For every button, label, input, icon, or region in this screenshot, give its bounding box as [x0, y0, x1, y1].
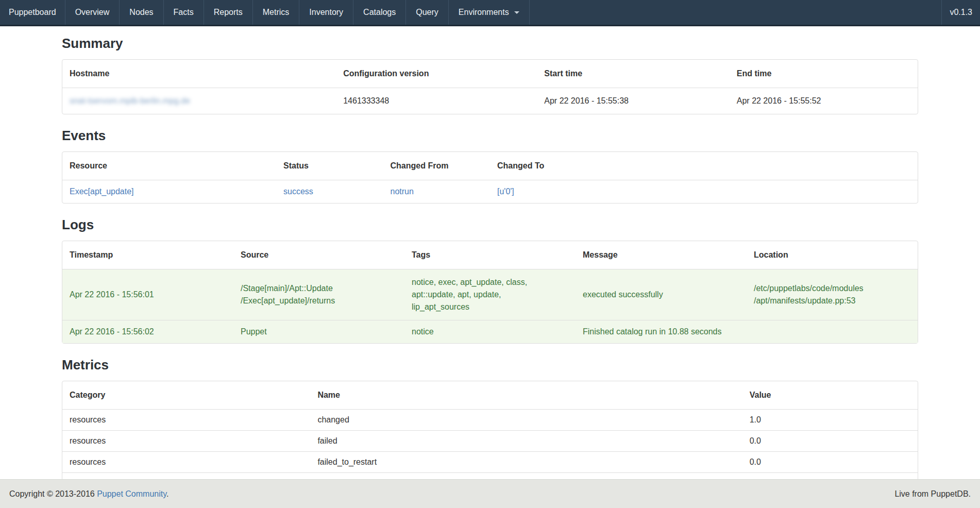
- column-header-changed-to: Changed To: [490, 152, 918, 180]
- message-cell: executed successfully: [576, 269, 747, 320]
- table-row: resources failed_to_restart 0.0: [62, 451, 918, 472]
- column-header-resource: Resource: [62, 152, 276, 180]
- timestamp-cell: Apr 22 2016 - 15:56:02: [62, 320, 233, 343]
- name-cell: failed_to_restart: [310, 451, 742, 472]
- changed-from-cell: notrun: [383, 180, 491, 203]
- value-cell: 0.0: [742, 430, 918, 451]
- category-cell: resources: [62, 430, 310, 451]
- nav-item-catalogs[interactable]: Catalogs: [353, 0, 406, 25]
- column-header-start-time: Start time: [537, 60, 730, 88]
- value-cell: 1.0: [742, 410, 918, 430]
- navbar-left: Puppetboard Overview Nodes Facts Reports…: [0, 0, 530, 25]
- summary-section: Summary Hostname Configuration version S…: [62, 36, 918, 114]
- location-cell: /etc/puppetlabs/code/modules /apt/manife…: [747, 269, 918, 320]
- metrics-section: Metrics Category Name Value resources ch…: [62, 357, 918, 494]
- column-header-name: Name: [310, 381, 742, 410]
- events-section: Events Resource Status Changed From Chan…: [62, 128, 918, 204]
- tags-cell: notice, exec, apt_update, class, apt::up…: [404, 269, 576, 320]
- hostname-link[interactable]: snat-tservom.mpib-berlin.mpg.de: [70, 96, 190, 105]
- status-cell: success: [276, 180, 383, 203]
- location-cell: [747, 320, 918, 343]
- table-header-row: Timestamp Source Tags Message Location: [62, 241, 918, 269]
- copyright-period: .: [166, 489, 168, 498]
- column-header-changed-from: Changed From: [383, 152, 491, 180]
- timestamp-cell: Apr 22 2016 - 15:56:01: [62, 269, 233, 320]
- logs-table: Timestamp Source Tags Message Location A…: [62, 241, 918, 344]
- navbar: Puppetboard Overview Nodes Facts Reports…: [0, 0, 980, 26]
- nav-item-nodes[interactable]: Nodes: [120, 0, 163, 25]
- puppet-community-link[interactable]: Puppet Community: [97, 489, 166, 498]
- summary-title: Summary: [62, 36, 918, 52]
- version-badge: v0.1.3: [941, 0, 980, 25]
- column-header-message: Message: [576, 241, 747, 269]
- resource-cell: Exec[apt_update]: [62, 180, 276, 203]
- start-time-cell: Apr 22 2016 - 15:55:38: [537, 88, 730, 114]
- table-header-row: Hostname Configuration version Start tim…: [62, 60, 918, 88]
- end-time-cell: Apr 22 2016 - 15:55:52: [730, 88, 918, 114]
- value-cell: 0.0: [742, 451, 918, 472]
- navbar-right: v0.1.3: [941, 0, 980, 25]
- nav-item-overview[interactable]: Overview: [65, 0, 120, 25]
- copyright-text: Copyright © 2013-2016: [9, 489, 97, 498]
- main-content: Summary Hostname Configuration version S…: [62, 36, 918, 494]
- table-row: snat-tservom.mpib-berlin.mpg.de 14613333…: [62, 88, 918, 114]
- source-cell: Puppet: [233, 320, 404, 343]
- summary-table: Hostname Configuration version Start tim…: [62, 59, 918, 114]
- column-header-end-time: End time: [730, 60, 918, 88]
- column-header-source: Source: [233, 241, 404, 269]
- category-cell: resources: [62, 451, 310, 472]
- configuration-version-cell: 1461333348: [336, 88, 537, 114]
- copyright: Copyright © 2013-2016 Puppet Community.: [9, 489, 168, 499]
- chevron-down-icon: [514, 11, 519, 14]
- name-cell: failed: [310, 430, 742, 451]
- resource-link[interactable]: Exec[apt_update]: [70, 187, 134, 196]
- column-header-location: Location: [747, 241, 918, 269]
- table-header-row: Category Name Value: [62, 381, 918, 410]
- column-header-tags: Tags: [404, 241, 576, 269]
- column-header-timestamp: Timestamp: [62, 241, 233, 269]
- nav-item-environments-dropdown[interactable]: Environments: [449, 0, 530, 25]
- metrics-title: Metrics: [62, 357, 918, 373]
- column-header-configuration-version: Configuration version: [336, 60, 537, 88]
- column-header-value: Value: [742, 381, 918, 410]
- source-cell: /Stage[main]/Apt::Update /Exec[apt_updat…: [233, 269, 404, 320]
- footer: Copyright © 2013-2016 Puppet Community. …: [0, 479, 980, 508]
- table-header-row: Resource Status Changed From Changed To: [62, 152, 918, 180]
- changed-to-cell: [u'0']: [490, 180, 918, 203]
- table-row: resources failed 0.0: [62, 430, 918, 451]
- nav-item-inventory[interactable]: Inventory: [299, 0, 353, 25]
- logs-title: Logs: [62, 217, 918, 233]
- events-title: Events: [62, 128, 918, 144]
- status-link[interactable]: success: [283, 187, 313, 196]
- changed-from-link[interactable]: notrun: [391, 187, 414, 196]
- message-cell: Finished catalog run in 10.88 seconds: [576, 320, 747, 343]
- nav-item-metrics[interactable]: Metrics: [253, 0, 300, 25]
- tags-cell: notice: [404, 320, 576, 343]
- column-header-category: Category: [62, 381, 310, 410]
- table-row: resources changed 1.0: [62, 410, 918, 430]
- column-header-status: Status: [276, 152, 383, 180]
- navbar-brand[interactable]: Puppetboard: [0, 0, 65, 25]
- changed-to-link[interactable]: [u'0']: [497, 187, 514, 196]
- category-cell: resources: [62, 410, 310, 430]
- logs-section: Logs Timestamp Source Tags Message Locat…: [62, 217, 918, 344]
- table-row: Apr 22 2016 - 15:56:01 /Stage[main]/Apt:…: [62, 269, 918, 320]
- nav-item-reports[interactable]: Reports: [204, 0, 253, 25]
- column-header-hostname: Hostname: [62, 60, 336, 88]
- metrics-table: Category Name Value resources changed 1.…: [62, 381, 918, 494]
- name-cell: changed: [310, 410, 742, 430]
- puppetdb-status: Live from PuppetDB.: [894, 489, 971, 499]
- events-table: Resource Status Changed From Changed To …: [62, 151, 918, 204]
- table-row: Exec[apt_update] success notrun [u'0']: [62, 180, 918, 203]
- nav-item-query[interactable]: Query: [406, 0, 449, 25]
- hostname-cell: snat-tservom.mpib-berlin.mpg.de: [62, 88, 336, 114]
- table-row: Apr 22 2016 - 15:56:02 Puppet notice Fin…: [62, 320, 918, 343]
- nav-item-label: Environments: [459, 8, 509, 17]
- nav-item-facts[interactable]: Facts: [164, 0, 204, 25]
